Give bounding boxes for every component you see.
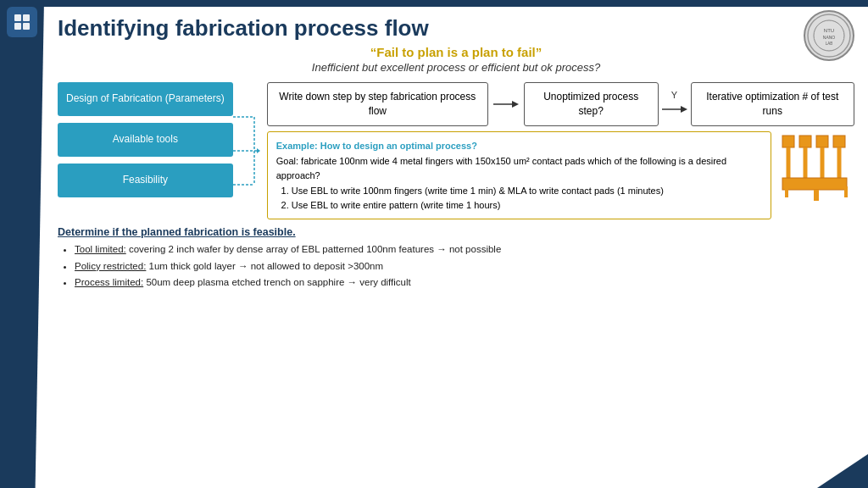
svg-text:NANO: NANO bbox=[823, 35, 836, 40]
connector bbox=[233, 82, 259, 219]
bottom-item-2: Policy restricted: 1um thick gold layer … bbox=[75, 258, 854, 275]
logo-top-right: NTU NANO LAB bbox=[804, 10, 854, 61]
bottom-text-1: covering 2 inch wafer by dense array of … bbox=[129, 244, 501, 254]
svg-rect-0 bbox=[14, 14, 21, 21]
top-bar bbox=[0, 0, 868, 7]
svg-rect-19 bbox=[782, 136, 794, 147]
bottom-label-3: Process limited: bbox=[75, 277, 143, 287]
flow-section: Design of Fabrication (Parameters) Avail… bbox=[58, 82, 854, 219]
bottom-section: Determine if the planned fabrication is … bbox=[58, 226, 854, 291]
svg-text:NTU: NTU bbox=[824, 28, 834, 33]
subtitle: Inefficient but excellent process or eff… bbox=[58, 61, 854, 74]
example-area: Example: How to design an optimal proces… bbox=[267, 131, 854, 220]
bottom-item-1: Tool limited: covering 2 inch wafer by d… bbox=[75, 241, 854, 258]
bottom-item-3: Process limited: 50um deep plasma etched… bbox=[75, 274, 854, 291]
quote: “Fail to plan is a plan to fail” bbox=[58, 45, 854, 59]
page-title: Identifying fabrication process flow bbox=[58, 15, 854, 42]
arrow-y: Y bbox=[660, 90, 689, 118]
example-goal: Goal: fabricate 100nm wide 4 metal finge… bbox=[276, 154, 762, 182]
left-box-feasibility: Feasibility bbox=[58, 164, 233, 197]
left-column: Design of Fabrication (Parameters) Avail… bbox=[58, 82, 233, 197]
svg-rect-20 bbox=[799, 136, 811, 147]
left-box-tools: Available tools bbox=[58, 123, 233, 157]
flow-box-1: Write down step by step fabrication proc… bbox=[267, 82, 488, 126]
middle-column: Write down step by step fabrication proc… bbox=[259, 82, 854, 219]
svg-text:LAB: LAB bbox=[826, 42, 833, 46]
left-box-design: Design of Fabrication (Parameters) bbox=[58, 82, 233, 116]
example-title: Example: How to design an optimal proces… bbox=[276, 139, 762, 153]
arrow-1 bbox=[490, 96, 522, 113]
example-item-2: Use EBL to write entire pattern (write t… bbox=[292, 198, 762, 213]
svg-rect-22 bbox=[833, 136, 845, 147]
bottom-text-2: 1um thick gold layer → not allowed to de… bbox=[149, 261, 383, 271]
logo-top-left bbox=[7, 7, 37, 37]
bottom-list: Tool limited: covering 2 inch wafer by d… bbox=[58, 241, 854, 291]
arrow-y-label: Y bbox=[671, 90, 677, 100]
example-list: Use EBL to write 100nm fingers (write ti… bbox=[276, 184, 762, 212]
svg-marker-18 bbox=[681, 106, 687, 113]
flow-box-3: Iterative optimization # of test runs bbox=[691, 82, 854, 126]
flow-box-2: Unoptimized process step? bbox=[524, 82, 659, 126]
bottom-title: Determine if the planned fabrication is … bbox=[58, 226, 854, 238]
svg-marker-16 bbox=[512, 101, 519, 108]
example-item-1: Use EBL to write 100nm fingers (write ti… bbox=[292, 184, 762, 198]
finger-graphic bbox=[778, 131, 854, 208]
main-content: Identifying fabrication process flow “Fa… bbox=[44, 7, 868, 488]
example-box: Example: How to design an optimal proces… bbox=[267, 131, 771, 220]
bottom-label-2: Policy restricted: bbox=[75, 261, 146, 271]
svg-rect-3 bbox=[23, 23, 30, 30]
flow-row: Write down step by step fabrication proc… bbox=[267, 82, 854, 126]
finger-svg bbox=[778, 131, 854, 208]
bottom-text-3: 50um deep plasma etched trench on sapphi… bbox=[146, 277, 410, 287]
svg-rect-27 bbox=[782, 178, 847, 190]
bottom-label-1: Tool limited: bbox=[75, 244, 126, 254]
svg-rect-2 bbox=[14, 23, 21, 30]
left-accent bbox=[0, 0, 44, 488]
svg-rect-21 bbox=[816, 136, 828, 147]
svg-rect-1 bbox=[23, 14, 30, 21]
